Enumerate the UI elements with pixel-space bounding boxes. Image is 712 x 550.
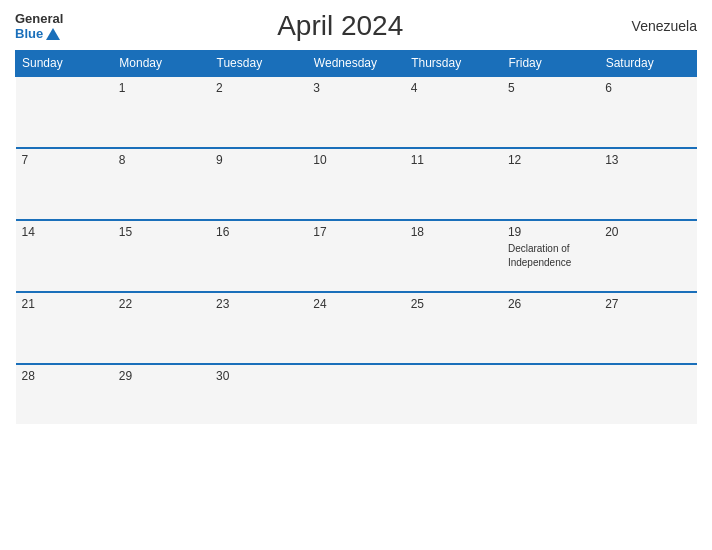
week-row-4: 282930 bbox=[16, 364, 697, 424]
calendar-cell bbox=[405, 364, 502, 424]
calendar-body: 12345678910111213141516171819Declaration… bbox=[16, 76, 697, 424]
calendar-cell: 6 bbox=[599, 76, 696, 148]
calendar-grid: Sunday Monday Tuesday Wednesday Thursday… bbox=[15, 50, 697, 424]
calendar-cell: 22 bbox=[113, 292, 210, 364]
calendar-cell: 11 bbox=[405, 148, 502, 220]
calendar-cell: 8 bbox=[113, 148, 210, 220]
day-number: 30 bbox=[216, 369, 301, 383]
calendar-cell: 10 bbox=[307, 148, 404, 220]
day-number: 8 bbox=[119, 153, 204, 167]
calendar-cell: 15 bbox=[113, 220, 210, 292]
day-number: 14 bbox=[22, 225, 107, 239]
calendar-cell: 28 bbox=[16, 364, 113, 424]
logo-triangle-icon bbox=[46, 28, 60, 40]
day-number: 18 bbox=[411, 225, 496, 239]
day-number: 9 bbox=[216, 153, 301, 167]
calendar-cell: 14 bbox=[16, 220, 113, 292]
day-number: 24 bbox=[313, 297, 398, 311]
calendar-cell: 16 bbox=[210, 220, 307, 292]
day-number: 5 bbox=[508, 81, 593, 95]
header-saturday: Saturday bbox=[599, 51, 696, 77]
calendar-cell: 21 bbox=[16, 292, 113, 364]
day-number: 21 bbox=[22, 297, 107, 311]
day-number: 12 bbox=[508, 153, 593, 167]
calendar-cell: 17 bbox=[307, 220, 404, 292]
header-wednesday: Wednesday bbox=[307, 51, 404, 77]
day-number: 29 bbox=[119, 369, 204, 383]
header-sunday: Sunday bbox=[16, 51, 113, 77]
day-number: 7 bbox=[22, 153, 107, 167]
logo-blue-text: Blue bbox=[15, 26, 60, 41]
calendar-cell: 24 bbox=[307, 292, 404, 364]
calendar-cell: 13 bbox=[599, 148, 696, 220]
calendar-cell: 29 bbox=[113, 364, 210, 424]
calendar-cell: 5 bbox=[502, 76, 599, 148]
day-number: 23 bbox=[216, 297, 301, 311]
day-number: 11 bbox=[411, 153, 496, 167]
country-name: Venezuela bbox=[617, 18, 697, 34]
day-number: 19 bbox=[508, 225, 593, 239]
calendar-cell: 19Declaration of Independence bbox=[502, 220, 599, 292]
event-text: Declaration of Independence bbox=[508, 243, 571, 268]
calendar-cell: 30 bbox=[210, 364, 307, 424]
day-number: 15 bbox=[119, 225, 204, 239]
logo: General Blue bbox=[15, 11, 63, 41]
day-number: 2 bbox=[216, 81, 301, 95]
calendar-container: General Blue April 2024 Venezuela Sunday… bbox=[0, 0, 712, 550]
day-number: 1 bbox=[119, 81, 204, 95]
days-header-row: Sunday Monday Tuesday Wednesday Thursday… bbox=[16, 51, 697, 77]
week-row-1: 78910111213 bbox=[16, 148, 697, 220]
calendar-cell bbox=[16, 76, 113, 148]
calendar-cell: 4 bbox=[405, 76, 502, 148]
week-row-2: 141516171819Declaration of Independence2… bbox=[16, 220, 697, 292]
logo-general-text: General bbox=[15, 11, 63, 26]
day-number: 10 bbox=[313, 153, 398, 167]
calendar-cell: 3 bbox=[307, 76, 404, 148]
calendar-cell: 2 bbox=[210, 76, 307, 148]
day-number: 17 bbox=[313, 225, 398, 239]
week-row-3: 21222324252627 bbox=[16, 292, 697, 364]
header-friday: Friday bbox=[502, 51, 599, 77]
calendar-cell: 23 bbox=[210, 292, 307, 364]
header-monday: Monday bbox=[113, 51, 210, 77]
calendar-cell: 18 bbox=[405, 220, 502, 292]
calendar-cell: 9 bbox=[210, 148, 307, 220]
day-number: 28 bbox=[22, 369, 107, 383]
day-number: 13 bbox=[605, 153, 690, 167]
day-number: 25 bbox=[411, 297, 496, 311]
calendar-cell: 7 bbox=[16, 148, 113, 220]
calendar-cell: 27 bbox=[599, 292, 696, 364]
day-number: 4 bbox=[411, 81, 496, 95]
calendar-cell bbox=[307, 364, 404, 424]
day-number: 27 bbox=[605, 297, 690, 311]
calendar-header: General Blue April 2024 Venezuela bbox=[15, 10, 697, 42]
day-number: 16 bbox=[216, 225, 301, 239]
calendar-cell bbox=[599, 364, 696, 424]
calendar-title: April 2024 bbox=[63, 10, 617, 42]
calendar-cell: 20 bbox=[599, 220, 696, 292]
calendar-cell: 26 bbox=[502, 292, 599, 364]
day-number: 3 bbox=[313, 81, 398, 95]
day-number: 22 bbox=[119, 297, 204, 311]
week-row-0: 123456 bbox=[16, 76, 697, 148]
day-number: 26 bbox=[508, 297, 593, 311]
day-number: 6 bbox=[605, 81, 690, 95]
day-number: 20 bbox=[605, 225, 690, 239]
header-thursday: Thursday bbox=[405, 51, 502, 77]
calendar-cell: 25 bbox=[405, 292, 502, 364]
calendar-cell: 1 bbox=[113, 76, 210, 148]
calendar-cell bbox=[502, 364, 599, 424]
header-tuesday: Tuesday bbox=[210, 51, 307, 77]
calendar-cell: 12 bbox=[502, 148, 599, 220]
